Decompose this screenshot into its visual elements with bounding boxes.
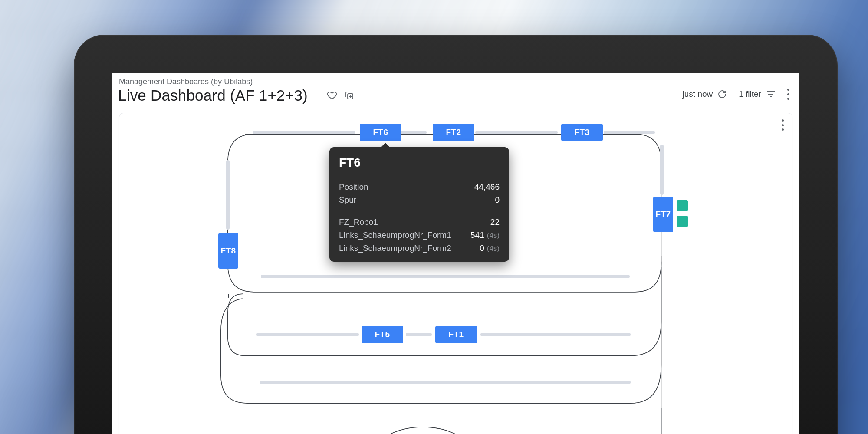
track-segment (406, 333, 432, 336)
node-ft3[interactable]: FT3 (561, 124, 603, 141)
node-ft5[interactable]: FT5 (362, 326, 403, 343)
node-ft1[interactable]: FT1 (435, 326, 477, 343)
dock-marker (677, 200, 688, 211)
tooltip-row: Links_SchaeumprogNr_Form1 541 (4s) (339, 229, 500, 242)
node-ft6[interactable]: FT6 (360, 124, 401, 141)
track-segment (261, 275, 630, 278)
breadcrumb[interactable]: Management Dashboards (by Ubilabs) (119, 77, 253, 86)
favorite-icon[interactable] (327, 90, 337, 101)
track-segment (260, 381, 631, 384)
tooltip-key: FZ_Robo1 (339, 217, 378, 227)
track-segment (226, 160, 230, 230)
track-segment (253, 131, 355, 134)
tooltip-value: 0 (480, 243, 484, 253)
refresh-icon[interactable] (717, 89, 727, 99)
tooltip-value: 541 (470, 230, 484, 240)
filter-label: 1 filter (739, 89, 761, 99)
dock-marker (677, 216, 688, 227)
tablet-frame: Management Dashboards (by Ubilabs) Live … (74, 35, 838, 434)
tooltip-key: Spur (339, 195, 356, 205)
page-title: Live Dashboard (AF 1+2+3) (118, 87, 308, 104)
track-segment (256, 333, 359, 336)
node-ft7[interactable]: FT7 (653, 197, 673, 232)
tooltip-value: 0 (495, 195, 500, 205)
node-ft2[interactable]: FT2 (433, 124, 474, 141)
tooltip-age: (4s) (487, 231, 500, 240)
tooltip-key: Links_SchaeumprogNr_Form2 (339, 243, 451, 253)
track-segment (660, 145, 664, 195)
refresh-label: just now (683, 89, 713, 99)
tooltip-row: Position 44,466 (339, 181, 500, 194)
refresh-group[interactable]: just now (683, 89, 728, 99)
tooltip-title: FT6 (339, 156, 500, 170)
tooltip-key: Position (339, 182, 368, 192)
filter-group[interactable]: 1 filter (739, 89, 776, 99)
node-tooltip: FT6 Position 44,466 Spur 0 FZ_Robo1 22 (329, 147, 509, 262)
tooltip-value: 44,466 (474, 182, 500, 192)
tooltip-key: Links_SchaeumprogNr_Form1 (339, 230, 451, 240)
dashboard-card: FT6 FT2 FT3 FT8 FT7 FT5 FT1 FT4 FT6 Posi… (119, 113, 792, 434)
track-segment (475, 131, 558, 134)
track-segment (399, 131, 427, 134)
duplicate-icon[interactable] (344, 90, 355, 101)
track-diagram[interactable]: FT6 FT2 FT3 FT8 FT7 FT5 FT1 FT4 FT6 Posi… (119, 113, 792, 434)
tooltip-age: (4s) (487, 244, 500, 253)
tooltip-row: FZ_Robo1 22 (339, 216, 500, 229)
header-actions: just now 1 filter (683, 89, 790, 100)
screen: Management Dashboards (by Ubilabs) Live … (112, 73, 799, 434)
track-segment (480, 333, 631, 336)
page-menu-icon[interactable] (787, 89, 790, 100)
tooltip-value: 22 (490, 217, 500, 227)
tooltip-row: Spur 0 (339, 194, 500, 207)
node-ft8[interactable]: FT8 (218, 233, 238, 269)
track-segment (604, 131, 655, 134)
tooltip-row: Links_SchaeumprogNr_Form2 0 (4s) (339, 242, 500, 255)
filter-icon[interactable] (766, 89, 776, 99)
